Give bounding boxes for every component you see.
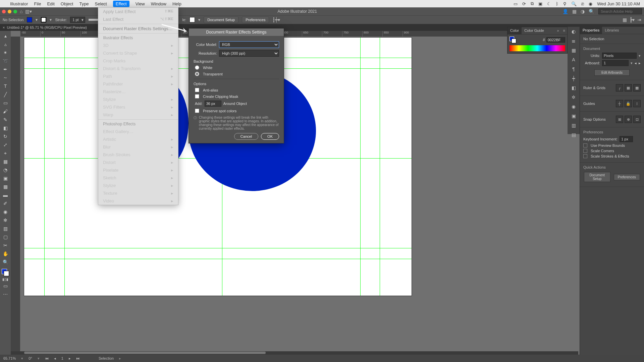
- guide-vertical[interactable]: [44, 38, 45, 296]
- eraser-tool[interactable]: ◧: [1, 124, 10, 132]
- effect-menu[interactable]: Apply Last Effect⇧⌘E Last Effect⌥⇧⌘E Doc…: [98, 7, 178, 205]
- raster-effects-dialog[interactable]: Document Raster Effects Settings Color M…: [189, 28, 284, 143]
- effect-brush-strokes[interactable]: Brush Strokes: [103, 152, 130, 157]
- document-tab[interactable]: × Untitled-1* @ 65.71 % (RGB/CPU Pixel P…: [0, 24, 90, 31]
- stroke-weight[interactable]: 1 pt: [70, 17, 85, 23]
- tab-properties[interactable]: Properties: [580, 27, 602, 34]
- ruler-toggle-icon[interactable]: ┌: [616, 84, 623, 92]
- search-input[interactable]: [598, 8, 642, 14]
- effect-stylize-ps[interactable]: Stylize: [103, 183, 116, 188]
- kbinc-input[interactable]: 1 px: [620, 136, 633, 142]
- preferences-button[interactable]: Preferences: [614, 174, 640, 180]
- hand-tool[interactable]: ✋: [1, 250, 10, 257]
- panel-para-icon[interactable]: ¶: [568, 64, 580, 74]
- rotate-tool[interactable]: ↻: [1, 133, 10, 140]
- prev-artboard-status-icon[interactable]: ◂: [54, 356, 56, 361]
- panel-collapse-icon[interactable]: »: [555, 27, 561, 34]
- menu-app[interactable]: Illustrator: [10, 1, 28, 6]
- last-effect[interactable]: Last Effect: [103, 17, 123, 22]
- line-tool[interactable]: ╱: [1, 91, 10, 98]
- mac-menubar[interactable]: Illustrator File Edit Object Type Select…: [0, 0, 644, 7]
- prefs-button[interactable]: Preferences: [242, 16, 269, 23]
- curvature-tool[interactable]: ～: [1, 74, 10, 81]
- edit-artboards-button[interactable]: Edit Artboards: [594, 69, 630, 76]
- menubar-clock[interactable]: Wed Jun 30 11:10 AM: [597, 1, 640, 6]
- next-artboard-status-icon[interactable]: ▸: [69, 356, 71, 361]
- panel-align-icon[interactable]: ┿: [568, 74, 580, 83]
- menu-help[interactable]: Help: [172, 1, 181, 6]
- effect-distort-transform[interactable]: Distort & Transform: [103, 66, 141, 71]
- snap-pixel-icon[interactable]: ⊞: [616, 116, 623, 123]
- display-icon[interactable]: ▣: [538, 1, 542, 6]
- effect-blur[interactable]: Blur: [103, 144, 111, 149]
- effect-sketch[interactable]: Sketch: [103, 175, 116, 180]
- snap-point-icon[interactable]: ⊕: [625, 116, 632, 123]
- next-artboard-icon[interactable]: ▸: [639, 61, 641, 65]
- home-icon[interactable]: ⌂: [20, 9, 22, 14]
- artboard-select[interactable]: 1: [602, 60, 629, 66]
- lasso-tool[interactable]: ➰: [1, 57, 10, 65]
- direct-selection-tool[interactable]: ▵: [1, 41, 10, 48]
- scale-tool[interactable]: ⤢: [1, 141, 10, 148]
- zoom-tool[interactable]: 🔍: [1, 258, 10, 266]
- tab-close-icon[interactable]: ×: [3, 25, 5, 29]
- angle-readout[interactable]: 0°: [29, 356, 32, 360]
- close-window-icon[interactable]: [2, 10, 6, 13]
- symbol-sprayer-tool[interactable]: ✻: [1, 217, 10, 224]
- first-artboard-icon[interactable]: ⏮: [45, 356, 49, 360]
- grid-toggle-icon[interactable]: ▦: [625, 84, 632, 92]
- effect-artistic[interactable]: Artistic: [103, 137, 116, 142]
- effect-distort[interactable]: Distort: [103, 160, 116, 165]
- prev-artboard-icon[interactable]: ◂: [635, 61, 637, 65]
- menu-view[interactable]: View: [136, 1, 145, 6]
- pen-tool[interactable]: ✒: [1, 66, 10, 73]
- stroke-swatch-icon[interactable]: [512, 39, 516, 43]
- transparency-grid-icon[interactable]: ▩: [633, 84, 641, 92]
- stroke-profile[interactable]: [89, 19, 99, 21]
- essentials-icon[interactable]: ┣▾: [630, 17, 635, 22]
- panel-more-icon[interactable]: ▤: [568, 130, 580, 139]
- scrollbar-thumb[interactable]: [24, 352, 266, 354]
- effect-stylize[interactable]: Stylize: [103, 97, 116, 102]
- scale-corners-checkbox[interactable]: [583, 149, 587, 153]
- effect-rasterize[interactable]: Rasterize…: [103, 89, 126, 94]
- menu-select[interactable]: Select: [95, 1, 107, 6]
- blend-tool[interactable]: ◉: [1, 208, 10, 216]
- search-icon[interactable]: 🔍: [571, 1, 577, 6]
- preserve-spot-checkbox[interactable]: [195, 109, 199, 113]
- screen-mode-icon[interactable]: ▭: [1, 282, 10, 290]
- scale-strokes-checkbox[interactable]: [583, 154, 587, 158]
- resolution-select[interactable]: High (300 ppi): [219, 50, 279, 57]
- panel-brushes-icon[interactable]: ✲: [568, 93, 580, 102]
- gpu-icon[interactable]: ▦: [623, 17, 627, 22]
- tab-color-guide[interactable]: Color Guide: [522, 27, 547, 34]
- guide-vertical[interactable]: [64, 38, 65, 296]
- type-tool[interactable]: T: [1, 82, 10, 90]
- free-transform-tool[interactable]: ▦: [1, 158, 10, 165]
- width-tool[interactable]: ⌖: [1, 149, 10, 157]
- panel-pathfinder-icon[interactable]: ◧: [568, 83, 580, 93]
- last-artboard-icon[interactable]: ⏭: [76, 356, 80, 360]
- horizontal-scrollbar[interactable]: [11, 351, 578, 355]
- cancel-button[interactable]: Cancel: [234, 133, 258, 140]
- antialias-checkbox[interactable]: [195, 88, 199, 92]
- artboard-tool[interactable]: ▢: [1, 233, 10, 241]
- menu-effect[interactable]: Effect: [113, 1, 129, 7]
- tab-libraries[interactable]: Libraries: [602, 27, 622, 34]
- menu-edit[interactable]: Edit: [47, 1, 54, 6]
- mesh-tool[interactable]: ▩: [1, 183, 10, 190]
- ok-button[interactable]: OK: [261, 133, 279, 140]
- guides-show-icon[interactable]: ┼: [616, 100, 623, 107]
- sync-icon[interactable]: ⟳: [522, 1, 526, 6]
- doc-setup-button[interactable]: Document Setup: [204, 16, 238, 23]
- shape-builder-tool[interactable]: ◔: [1, 166, 10, 174]
- screen-icon[interactable]: ▭: [514, 1, 518, 6]
- panel-artboards-icon[interactable]: ▥: [568, 121, 580, 130]
- slice-tool[interactable]: ✂: [1, 242, 10, 249]
- arrange-icon[interactable]: ▥▾: [25, 9, 32, 14]
- fill-stroke-icon[interactable]: [2, 269, 9, 276]
- bluetooth-icon[interactable]: ᛒ: [556, 1, 558, 6]
- stroke-swatch[interactable]: [41, 17, 46, 22]
- workspace-icon[interactable]: ▦: [572, 9, 577, 14]
- panel-menu-icon[interactable]: ≡: [561, 27, 567, 34]
